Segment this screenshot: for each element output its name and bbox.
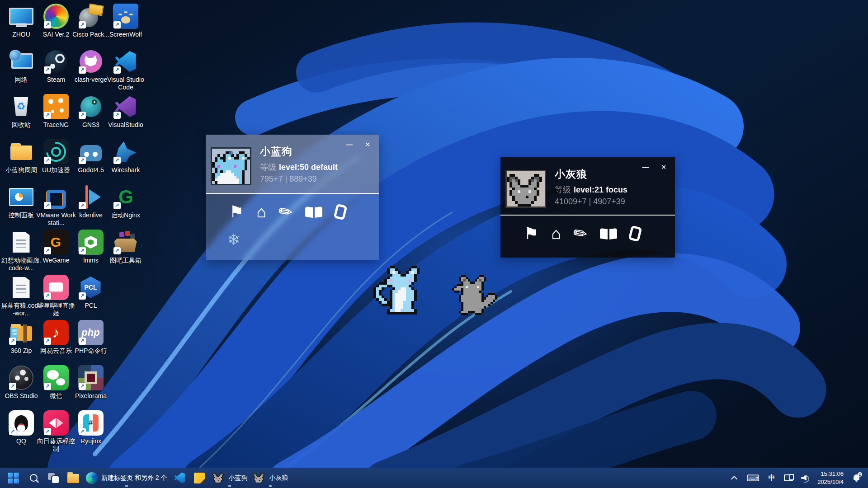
icon-label: VisualStudio xyxy=(104,121,147,129)
desktop-icon-网易云音乐[interactable]: ♪↗网易云音乐 xyxy=(38,320,73,355)
desktop-icon-SAI Ver.2[interactable]: ↗SAI Ver.2 xyxy=(38,4,73,38)
desktop-icon-回收站[interactable]: 回收站 xyxy=(4,94,38,129)
desktop-icon-ScreenWolf[interactable]: ↗ScreenWolf xyxy=(108,4,143,38)
shortcut-arrow-icon: ↗ xyxy=(79,383,86,390)
monitor-icon xyxy=(9,4,34,29)
clock[interactable]: 15:31:06 2025/10/4 xyxy=(816,470,845,486)
home-icon[interactable]: ⌂ xyxy=(551,225,561,242)
desktop-icon-小蓝狗周周[interactable]: 小蓝狗周周 xyxy=(4,139,38,174)
notification-bell-button[interactable]: z xyxy=(850,470,863,486)
desktop-icon-屏幕有狼.code-wor...[interactable]: 屏幕有狼.code-wor... xyxy=(4,275,38,317)
close-button[interactable]: ✕ xyxy=(659,163,669,172)
godot-icon: ↗ xyxy=(78,139,104,164)
desktop-icon-kdenlive[interactable]: ↗kdenlive xyxy=(73,184,108,219)
file-explorer-button[interactable] xyxy=(63,469,83,487)
task-view-button[interactable] xyxy=(43,469,63,487)
desktop-icon-Wireshark[interactable]: ↗Wireshark xyxy=(108,139,143,174)
book-icon[interactable] xyxy=(305,206,322,218)
write-icon[interactable]: ✎ xyxy=(574,225,587,242)
desktop-icon-微信[interactable]: ↗微信 xyxy=(38,365,73,400)
icon-label: PHP命令行 xyxy=(70,347,112,355)
shortcut-arrow-icon: ↗ xyxy=(44,202,51,209)
notepad-button[interactable] xyxy=(189,469,209,487)
shortcut-arrow-icon: ↗ xyxy=(44,247,51,254)
nginx-icon: G↗ xyxy=(113,184,138,210)
edge-browser-button[interactable]: 新建标签页 和另外 2 个 xyxy=(83,469,170,487)
desktop-icon-图吧工具箱[interactable]: ↗图吧工具箱 xyxy=(108,230,143,264)
desktop-icon-Cisco Pack...[interactable]: ↗Cisco Pack... xyxy=(73,4,108,38)
minimize-button[interactable]: — xyxy=(641,163,651,172)
desktop-icon-Visual Studio Code[interactable]: ↗Visual Studio Code xyxy=(108,49,143,91)
pixelorama-icon: ↗ xyxy=(78,365,104,390)
desktop-icon-启动Nginx[interactable]: G↗启动Nginx xyxy=(108,184,143,219)
uu-icon: ↗ xyxy=(43,139,69,164)
zip-icon: 360 ZIP↗ xyxy=(9,320,34,345)
desktop-icon-VisualStudio[interactable]: ↗VisualStudio xyxy=(108,94,143,129)
card-icon[interactable] xyxy=(335,205,346,219)
desktop-pet-blue-dog[interactable] xyxy=(373,266,433,314)
desktop-icon-控制面板[interactable]: 控制面板 xyxy=(4,184,38,219)
paw-icon: ↗ xyxy=(113,4,138,29)
desktop-icon-幻想动物画廊.code-w...[interactable]: 幻想动物画廊.code-w... xyxy=(4,230,38,272)
ime-indicator[interactable]: 中 xyxy=(766,470,778,486)
running-indicator xyxy=(125,485,128,487)
desktop-icon-ZHOU[interactable]: ZHOU xyxy=(4,4,38,38)
bili-icon: ↗ xyxy=(43,275,69,300)
desktop-icon-哔哩哔哩直播姬[interactable]: ↗哔哩哔哩直播姬 xyxy=(38,275,73,317)
pet-app-blue-dog-button[interactable]: 小蓝狗 xyxy=(209,469,250,487)
desktop-icon-360 Zip[interactable]: 360 ZIP↗360 Zip xyxy=(4,320,38,355)
desktop-icon-网络[interactable]: 网络 xyxy=(4,49,38,84)
shortcut-arrow-icon: ↗ xyxy=(79,247,86,254)
desktop-icon-VMware Workstati...[interactable]: ↗VMware Workstati... xyxy=(38,184,73,227)
pet-app-icon xyxy=(212,473,225,483)
start-button[interactable] xyxy=(4,469,24,487)
edge-window-title: 新建标签页 和另外 2 个 xyxy=(101,474,167,482)
desktop-icon-WeGame[interactable]: G↗WeGame xyxy=(38,230,73,264)
minimize-button[interactable]: — xyxy=(344,140,354,149)
pet-app-grey-wolf-button[interactable]: 小灰狼 xyxy=(250,469,291,487)
doc-icon xyxy=(9,230,34,255)
desktop-icon-Ryujinx[interactable]: #↗Ryujinx xyxy=(73,410,108,445)
traceng-icon: ↗ xyxy=(43,94,69,119)
shortcut-arrow-icon: ↗ xyxy=(79,202,86,209)
hidden-icons-button[interactable] xyxy=(728,470,740,486)
close-button[interactable]: ✕ xyxy=(363,140,373,149)
home-icon[interactable]: ⌂ xyxy=(256,204,266,220)
touch-keyboard-button[interactable]: ⌨ xyxy=(745,470,761,486)
flag-icon[interactable]: ⚑ xyxy=(524,225,538,242)
cisco-icon: ↗ xyxy=(78,4,104,29)
vscode-button[interactable] xyxy=(170,469,189,487)
shortcut-arrow-icon: ↗ xyxy=(9,338,16,345)
write-icon[interactable]: ✎ xyxy=(279,204,292,220)
desktop-icon-OBS Studio[interactable]: ↗OBS Studio xyxy=(4,365,38,400)
bell-icon: z xyxy=(853,474,861,482)
network-icon xyxy=(9,49,34,74)
php-icon: php↗ xyxy=(78,320,104,345)
flag-icon[interactable]: ⚑ xyxy=(229,204,244,220)
desktop-icon-UU加速器[interactable]: ↗UU加速器 xyxy=(38,139,73,174)
desktop-icon-PCL[interactable]: PCL↗PCL xyxy=(73,275,108,310)
book-icon[interactable] xyxy=(600,228,617,240)
search-button[interactable] xyxy=(24,469,43,487)
desktop-icon-Steam[interactable]: ↗Steam xyxy=(38,49,73,84)
desktop-icon-Pixelorama[interactable]: ↗Pixelorama xyxy=(73,365,108,400)
shortcut-arrow-icon: ↗ xyxy=(44,21,51,28)
volume-button[interactable] xyxy=(799,470,811,486)
shortcut-arrow-icon: ↗ xyxy=(79,21,86,28)
cast-device-button[interactable] xyxy=(782,470,795,486)
ryujinx-icon: #↗ xyxy=(78,410,104,436)
edge-icon xyxy=(86,472,98,484)
desktop-icon-clash-verge[interactable]: ↗clash-verge xyxy=(73,49,108,84)
desktop-icon-lmms[interactable]: ↗lmms xyxy=(73,230,108,264)
desktop-icon-QQ[interactable]: ↗QQ xyxy=(4,410,38,445)
desktop-pet-grey-wolf[interactable] xyxy=(452,275,502,315)
snowflake-action-icon[interactable]: ❄ xyxy=(227,232,241,247)
desktop-icon-PHP命令行[interactable]: php↗PHP命令行 xyxy=(73,320,108,355)
desktop-icon-TraceNG[interactable]: ↗TraceNG xyxy=(38,94,73,129)
card-icon[interactable] xyxy=(630,226,641,241)
desktop-icon-向日葵远程控制[interactable]: ↗向日葵远程控制 xyxy=(38,410,73,453)
desktop-icon-GNS3[interactable]: ↗GNS3 xyxy=(73,94,108,129)
snowflake-buff-icon: ❄ xyxy=(228,150,234,156)
desktop-icon-Godot4.5[interactable]: ↗Godot4.5 xyxy=(73,139,108,174)
folder-icon xyxy=(9,139,34,164)
